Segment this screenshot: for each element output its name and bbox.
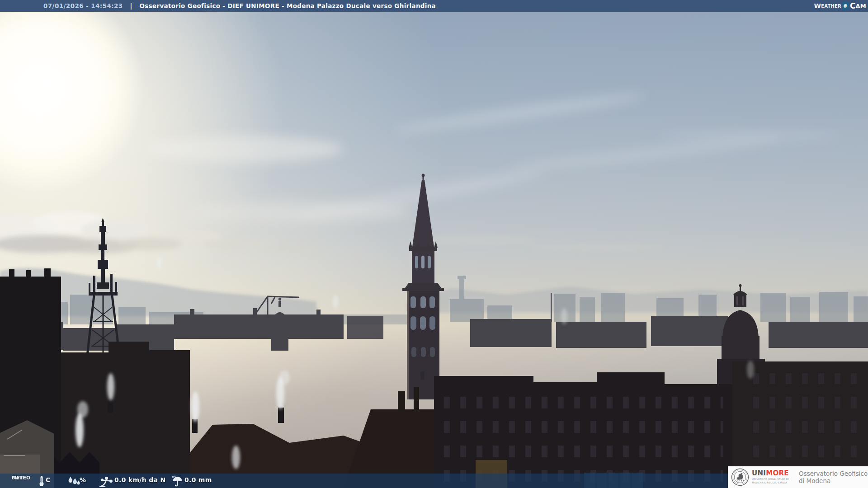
webcam-page: 07/01/2026 - 14:54:23 | Osservatorio Geo… bbox=[0, 0, 868, 488]
separator: | bbox=[130, 2, 132, 9]
rain-value: 0.0 mm bbox=[184, 476, 212, 483]
timestamp: 07/01/2026 - 14:54:23 bbox=[43, 2, 123, 9]
unimore-tagline-line2: MODENA E REGGIO EMILIA bbox=[752, 481, 795, 484]
wind-value: 0.0 km/h da N bbox=[114, 476, 166, 483]
humidity-drops-icon bbox=[67, 476, 80, 486]
cirrus-clouds bbox=[145, 89, 841, 223]
observatory-name: Osservatorio Geofisico di Modena bbox=[799, 470, 868, 484]
brand-weather-rest: EATHER bbox=[821, 4, 841, 9]
humidity-value: % bbox=[80, 476, 86, 483]
unimore-tagline-line1: UNIVERSITÀ DEGLI STUDI DI bbox=[752, 478, 795, 481]
camera-lens-icon bbox=[842, 3, 849, 9]
weathercam-logo: WEATHER CAM bbox=[814, 0, 866, 11]
ghirlandina-tower bbox=[402, 174, 444, 399]
unimore-uni: UNI bbox=[752, 469, 766, 477]
temperature-value: C bbox=[46, 476, 51, 483]
webcam-photo bbox=[0, 12, 868, 488]
unimore-wordmark: UNIMORE UNIVERSITÀ DEGLI STUDI DI MODENA… bbox=[752, 470, 795, 484]
brand-cam-rest: AM bbox=[856, 3, 866, 9]
observatory-name-line2: di Modena bbox=[799, 477, 868, 484]
unimore-credit-card: UNIMORE UNIVERSITÀ DEGLI STUDI DI MODENA… bbox=[728, 466, 868, 488]
city-scene bbox=[0, 12, 868, 488]
umbrella-rain-icon bbox=[171, 475, 184, 487]
unimore-more: MORE bbox=[766, 469, 789, 477]
page-title: Osservatorio Geofisico - DIEF UNIMORE - … bbox=[140, 2, 436, 9]
top-overlay-bar: 07/01/2026 - 14:54:23 | Osservatorio Geo… bbox=[0, 0, 868, 12]
anemometer-icon bbox=[99, 474, 114, 487]
meteo-label-line2: METEO bbox=[12, 475, 30, 481]
observatory-name-line1: Osservatorio Geofisico bbox=[799, 470, 868, 477]
brand-weather-initial: W bbox=[814, 2, 821, 9]
unimore-seal-icon bbox=[731, 468, 749, 486]
thermometer-icon bbox=[38, 475, 45, 487]
brand-cam-initial: C bbox=[850, 1, 856, 10]
